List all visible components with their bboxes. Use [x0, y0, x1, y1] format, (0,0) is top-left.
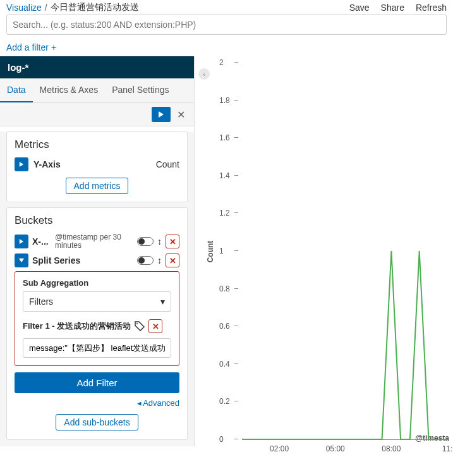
play-icon — [19, 239, 24, 244]
close-icon: ✕ — [152, 322, 159, 331]
svg-marker-1 — [20, 162, 23, 167]
add-filter-link[interactable]: Add a filter + — [0, 37, 453, 56]
refresh-button[interactable]: Refresh — [416, 3, 447, 13]
chevron-left-icon: ‹ — [203, 70, 205, 78]
breadcrumb-root[interactable]: Visualize — [6, 3, 42, 13]
search-input[interactable] — [6, 15, 447, 35]
subagg-label: Sub Aggregation — [23, 278, 171, 288]
delete-xaxis-button[interactable]: ✕ — [166, 235, 179, 248]
add-sub-buckets-button[interactable]: Add sub-buckets — [56, 414, 138, 430]
drag-handle-icon[interactable]: ↕ — [157, 236, 162, 247]
delete-split-button[interactable]: ✕ — [166, 253, 179, 267]
index-pattern-bar[interactable]: log-* — [0, 56, 194, 78]
close-icon: ✕ — [169, 256, 176, 265]
caret-left-icon: ◂ — [137, 398, 142, 408]
svg-point-4 — [136, 323, 138, 324]
filter1-input[interactable] — [23, 338, 171, 358]
breadcrumb-sep: / — [45, 3, 47, 13]
svg-marker-2 — [20, 239, 23, 244]
svg-marker-3 — [19, 259, 24, 262]
discard-changes-button[interactable]: ✕ — [174, 109, 188, 121]
tab-metrics-axes[interactable]: Metrics & Axes — [33, 78, 106, 102]
xaxis-toggle[interactable] — [137, 237, 154, 246]
collapse-split-button[interactable] — [15, 253, 28, 267]
metrics-card: Metrics Y-Axis Count Add metrics — [6, 131, 188, 202]
metrics-title: Metrics — [15, 138, 179, 151]
yaxis-value: Count — [156, 159, 179, 169]
split-toggle[interactable] — [137, 256, 154, 265]
close-icon: ✕ — [169, 237, 176, 247]
play-icon — [19, 162, 24, 167]
expand-yaxis-button[interactable] — [15, 157, 28, 171]
collapse-sidebar-button[interactable]: ‹ — [198, 68, 210, 80]
delete-filter1-button[interactable]: ✕ — [148, 319, 162, 333]
xaxis-label: X-... — [32, 236, 51, 247]
chart-plot: 00.20.40.60.811.21.41.61.8202:0005:0008:… — [223, 63, 447, 442]
caret-down-icon: ▾ — [160, 296, 165, 307]
yaxis-label: Y-Axis — [33, 159, 151, 169]
filter1-label: Filter 1 - 发送成功的营销活动 — [23, 320, 131, 332]
xaxis-desc: @timestamp per 30 minutes — [55, 233, 133, 250]
split-series-label: Split Series — [32, 255, 133, 265]
add-metrics-button[interactable]: Add metrics — [66, 178, 129, 194]
play-icon — [158, 111, 164, 118]
expand-xaxis-button[interactable] — [15, 235, 28, 248]
buckets-title: Buckets — [15, 214, 179, 227]
share-button[interactable]: Share — [381, 3, 404, 13]
advanced-toggle[interactable]: ◂Advanced — [137, 398, 179, 408]
y-axis-label: Count — [206, 240, 215, 262]
drag-handle-icon[interactable]: ↕ — [157, 255, 162, 265]
breadcrumb: Visualize / 今日普通营销活动发送 — [6, 2, 139, 13]
play-icon — [19, 258, 24, 263]
svg-marker-0 — [159, 111, 164, 118]
buckets-card: Buckets X-... @timestamp per 30 minutes … — [6, 207, 188, 440]
apply-changes-button[interactable] — [152, 107, 171, 122]
tag-icon[interactable] — [135, 321, 145, 331]
subagg-select[interactable]: Filters ▾ — [23, 291, 171, 312]
sub-aggregation-panel: Sub Aggregation Filters ▾ Filter 1 - 发送成… — [15, 271, 179, 366]
breadcrumb-current: 今日普通营销活动发送 — [51, 2, 139, 13]
tab-data[interactable]: Data — [0, 78, 33, 102]
plus-icon: + — [51, 42, 56, 52]
add-filter-button[interactable]: Add Filter — [15, 372, 179, 393]
save-button[interactable]: Save — [349, 3, 370, 13]
tab-panel-settings[interactable]: Panel Settings — [105, 78, 176, 102]
